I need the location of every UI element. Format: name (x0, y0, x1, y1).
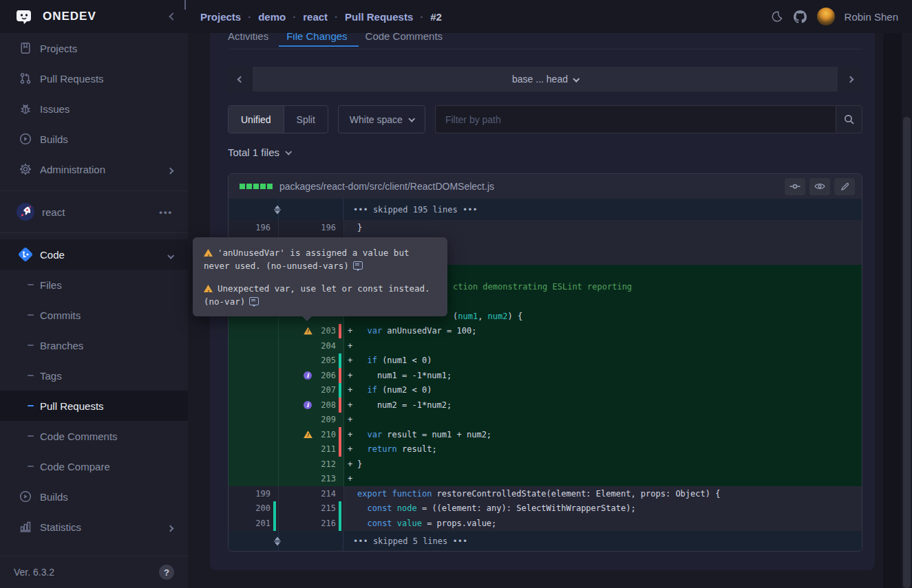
diff-line-row: 209+ (229, 413, 862, 428)
sidebar-item-administration[interactable]: Administration (0, 154, 188, 184)
old-line-number-cell (229, 383, 279, 398)
sidebar-item-statistics[interactable]: Statistics (0, 512, 188, 542)
code-cell[interactable]: + var result = num1 + num2; (344, 427, 862, 442)
diff-expander-row[interactable]: ••• skipped 5 lines ••• (229, 531, 862, 552)
sidebar-project-react[interactable]: react••• (0, 197, 188, 226)
range-selector[interactable]: base ... head (253, 67, 838, 91)
filter-group (435, 105, 862, 133)
breadcrumb-separator: · (335, 11, 338, 23)
filter-by-path-input[interactable] (435, 105, 836, 133)
sidebar-subitem-branches[interactable]: Branches (0, 330, 188, 360)
coverage-bar-teal (273, 516, 276, 531)
tab-activities[interactable]: Activities (228, 33, 268, 48)
breadcrumb-item: #2 (430, 11, 442, 23)
coverage-bar-teal (339, 501, 341, 516)
edit-file-button[interactable] (834, 178, 855, 195)
total-files-toggle[interactable]: Total 1 files (228, 146, 290, 158)
view-file-button[interactable] (809, 178, 830, 195)
help-button[interactable]: ? (159, 565, 174, 580)
old-line-number-cell: 201 (229, 516, 279, 531)
new-line-number: 204 (321, 341, 343, 351)
split-button[interactable]: Split (284, 106, 328, 133)
code-segment (357, 430, 367, 439)
info-icon[interactable] (304, 371, 312, 380)
sidebar-subitem-commits[interactable]: Commits (0, 300, 188, 330)
diff-expander-row[interactable]: ••• skipped 195 lines ••• (229, 199, 862, 220)
sidebar-subitem-files[interactable]: Files (0, 270, 188, 300)
user-name[interactable]: Robin Shen (845, 11, 898, 23)
code-text: } (357, 223, 362, 232)
page-scrollbar-thumb[interactable] (903, 117, 911, 588)
whitespace-dropdown[interactable]: White space (338, 105, 425, 133)
code-cell[interactable]: } (344, 220, 862, 235)
code-cell[interactable]: + num2 = -1*num2; (344, 398, 862, 413)
file-diff-header: packages/react-dom/src/client/ReactDOMSe… (229, 174, 862, 199)
warning-icon[interactable] (304, 327, 312, 335)
code-cell[interactable]: + (344, 338, 862, 353)
code-cell[interactable]: + num1 = -1*num1; (344, 368, 862, 383)
tab-code-comments[interactable]: Code Comments (365, 33, 443, 48)
sidebar-item-builds[interactable]: Builds (0, 481, 188, 512)
commit-button[interactable] (785, 178, 805, 195)
sidebar-item-code[interactable]: Code (0, 239, 188, 270)
lint-problems-tooltip: 'anUnusedVar' is assigned a value but ne… (193, 237, 447, 316)
sidebar-item-issues[interactable]: Issues (0, 94, 188, 124)
code-cell[interactable]: const node = ((element: any): SelectWith… (344, 501, 862, 516)
dash-icon (28, 375, 34, 376)
addition-block-icon (253, 184, 259, 189)
code-cell[interactable]: +} (344, 457, 862, 472)
diff-marker: + (344, 341, 357, 351)
code-cell[interactable]: export function restoreControlledState(e… (344, 486, 862, 501)
breadcrumb-item[interactable]: demo (258, 11, 286, 23)
unfold-icon[interactable] (274, 205, 281, 214)
breadcrumb-item[interactable]: react (303, 11, 328, 23)
sidebar-subitem-pull-requests[interactable]: Pull Requests (0, 391, 188, 421)
sidebar-subitem-tags[interactable]: Tags (0, 360, 188, 391)
lint-problem-text: 'anUnusedVar' is assigned a value but ne… (204, 248, 409, 271)
range-prev-button[interactable] (228, 67, 253, 91)
info-icon[interactable] (304, 401, 312, 409)
unfold-icon[interactable] (274, 537, 281, 546)
sidebar-item-builds[interactable]: Builds (0, 124, 188, 154)
project-more-button[interactable]: ••• (159, 207, 173, 217)
breadcrumb-item[interactable]: Projects (200, 11, 241, 23)
code-text: if (num1 < 0) (357, 356, 432, 365)
new-line-number-cell: 211 (279, 442, 344, 457)
diff-line-row: 196196} (229, 220, 862, 235)
code-cell[interactable]: + (344, 413, 862, 428)
code-cell[interactable]: + return result; (344, 442, 862, 457)
avatar[interactable] (817, 8, 835, 25)
code-cell[interactable]: + if (num1 < 0) (344, 353, 862, 369)
code-segment (357, 356, 367, 365)
new-line-number-cell: 206 (279, 368, 344, 383)
old-line-number-cell (229, 338, 279, 353)
github-icon[interactable] (794, 10, 807, 23)
sidebar-subitem-label: Commits (40, 309, 81, 321)
new-line-number-cell: 210 (279, 427, 344, 442)
sidebar-item-projects[interactable]: Projects (0, 33, 188, 63)
range-next-button[interactable] (838, 67, 862, 91)
sidebar-subitem-code-compare[interactable]: Code Compare (0, 451, 188, 481)
page-scrollbar[interactable] (902, 33, 912, 588)
view-mode-toggle: Unified Split (228, 105, 328, 133)
search-button[interactable] (836, 105, 862, 133)
code-cell[interactable]: + (344, 472, 862, 487)
sidebar-collapse-icon[interactable] (170, 14, 176, 19)
old-line-number-cell (229, 353, 279, 369)
version-label: Ver. 6.3.2 (14, 567, 54, 578)
sidebar-subitem-code-comments[interactable]: Code Comments (0, 421, 188, 451)
add-comment-icon[interactable] (353, 261, 363, 270)
code-segment (357, 444, 367, 454)
dark-mode-moon-icon[interactable] (770, 10, 784, 23)
warning-icon[interactable] (304, 431, 312, 438)
breadcrumb-item[interactable]: Pull Requests (345, 11, 413, 23)
code-text: num1 = -1*num1; (357, 371, 452, 380)
add-comment-icon[interactable] (249, 297, 259, 305)
code-cell[interactable]: + var anUnusedVar = 100; (344, 324, 862, 339)
unified-button[interactable]: Unified (229, 106, 284, 133)
file-diff-card: packages/react-dom/src/client/ReactDOMSe… (228, 173, 862, 552)
code-cell[interactable]: + if (num2 < 0) (344, 383, 862, 398)
code-cell[interactable]: const value = props.value; (344, 516, 862, 531)
tab-file-changes[interactable]: File Changes (286, 33, 347, 48)
sidebar-item-pull-requests[interactable]: Pull Requests (0, 63, 188, 94)
